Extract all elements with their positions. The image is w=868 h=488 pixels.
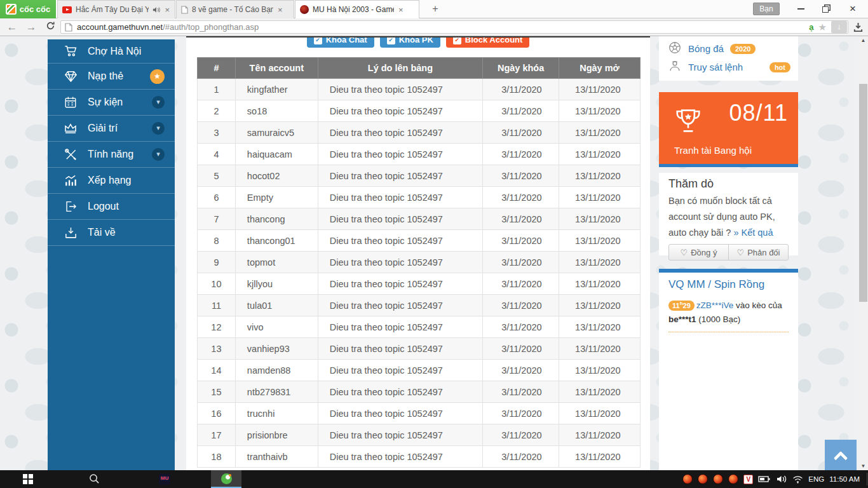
agree-button[interactable]: ♡Đồng ý bbox=[668, 244, 729, 261]
sidebar-item[interactable]: Xếp hạng bbox=[48, 168, 175, 194]
forward-button[interactable]: → bbox=[23, 20, 39, 35]
mu-tray-icon[interactable] bbox=[698, 474, 708, 484]
spin-user-link[interactable]: zZB***iVe bbox=[696, 301, 734, 310]
language-indicator[interactable]: ENG bbox=[808, 475, 824, 483]
show-desktop-strip[interactable] bbox=[867, 473, 867, 485]
khoa-pk-button[interactable]: ✔ Khóa PK bbox=[380, 37, 440, 48]
poll-result-link[interactable]: » Kết quả bbox=[733, 227, 773, 238]
mu-tray-icon[interactable] bbox=[728, 474, 738, 484]
mu-tray-icon[interactable] bbox=[713, 474, 723, 484]
unlock-date: 13/11/2020 bbox=[559, 360, 641, 381]
row-index: 18 bbox=[198, 446, 236, 468]
disagree-button[interactable]: ♡Phản đối bbox=[728, 244, 789, 261]
account-name: kjllyou bbox=[235, 273, 318, 295]
profile-button[interactable]: Bạn bbox=[753, 3, 780, 15]
url-bar[interactable]: account.gamethuvn.net/#auth/top_phongtha… bbox=[60, 20, 848, 34]
wifi-icon[interactable] bbox=[792, 475, 803, 484]
system-tray: V ENG 11:50 AM bbox=[682, 470, 867, 488]
sidebar-item-label: Giải trí bbox=[88, 123, 118, 134]
clock[interactable]: 11:50 AM bbox=[829, 475, 860, 483]
lock-date: 3/11/2020 bbox=[483, 316, 559, 338]
chevron-down-icon[interactable]: ▾ bbox=[152, 122, 165, 135]
sidebar-item[interactable]: Tải về bbox=[48, 220, 175, 246]
account-name: thancong bbox=[235, 208, 318, 230]
vietkey-tray-icon[interactable]: V bbox=[743, 475, 753, 484]
sidebar-item[interactable]: Sự kiện▾ bbox=[48, 90, 175, 116]
unlock-date: 13/11/2020 bbox=[559, 100, 641, 122]
mu-tray-icon[interactable] bbox=[682, 474, 693, 484]
logout-icon bbox=[63, 199, 78, 214]
star-badge-icon: ★ bbox=[150, 69, 165, 84]
page-download-button[interactable]: ↓ bbox=[831, 21, 847, 33]
khoa-chat-button[interactable]: ✔ Khóa Chat bbox=[307, 37, 374, 48]
calendar-icon bbox=[63, 95, 78, 110]
poll-question: Bạn có muốn block tất cả account sử dụng… bbox=[668, 193, 789, 241]
table-row: 16trucnhiDieu tra theo topic 10524973/11… bbox=[198, 403, 641, 424]
scrollbar-down-arrow[interactable]: ▼ bbox=[858, 463, 868, 469]
mu-game-taskbar-icon[interactable]: MU bbox=[159, 473, 170, 485]
vietnamese-typing-icon[interactable]: ạ bbox=[809, 22, 813, 32]
quick-link-label: Bóng đá bbox=[688, 43, 724, 54]
lock-date: 3/11/2020 bbox=[483, 79, 559, 100]
coccoc-logo[interactable]: cốc cốc bbox=[0, 0, 56, 18]
event-card[interactable]: 08/11 Tranh tài Bang hội bbox=[659, 92, 798, 167]
row-index: 17 bbox=[198, 424, 236, 446]
coccoc-taskbar-button[interactable] bbox=[211, 470, 241, 488]
close-button[interactable]: × bbox=[840, 0, 865, 18]
browser-tab[interactable]: MU Hà Nội 2003 - Gameth× bbox=[295, 0, 419, 18]
account-name: trucnhi bbox=[235, 403, 318, 424]
maximize-button[interactable] bbox=[813, 0, 839, 18]
tab-audio-icon[interactable] bbox=[153, 6, 160, 13]
tab-title: MU Hà Nội 2003 - Gameth bbox=[313, 5, 394, 14]
scrollbar-thumb[interactable] bbox=[859, 84, 867, 302]
browser-tab[interactable]: 8 vẽ game - Tố Cáo Bạn Th× bbox=[176, 0, 294, 18]
battery-icon[interactable] bbox=[758, 475, 771, 483]
downloads-button[interactable] bbox=[853, 22, 864, 35]
block-reason: Dieu tra theo topic 1052497 bbox=[318, 446, 482, 468]
spin-amount: (1000 Bạc) bbox=[696, 315, 741, 324]
chevron-down-icon[interactable]: ▾ bbox=[152, 148, 165, 161]
block-account-button[interactable]: ✔ Block Account bbox=[446, 37, 530, 48]
sidebar-item[interactable]: Tính năng▾ bbox=[48, 142, 175, 168]
new-tab-button[interactable]: + bbox=[427, 3, 444, 16]
unlock-date: 13/11/2020 bbox=[559, 79, 641, 100]
spin-title[interactable]: VQ MM / Spin Rồng bbox=[668, 278, 789, 291]
start-button[interactable] bbox=[23, 474, 33, 484]
lock-date: 3/11/2020 bbox=[483, 360, 559, 381]
minimize-button[interactable] bbox=[788, 0, 813, 18]
event-date: 08/11 bbox=[729, 100, 788, 126]
web-page: Chợ Hà NộiNạp thẻ★Sự kiện▾Giải trí▾Tính … bbox=[0, 36, 868, 470]
sidebar-item-label: Logout bbox=[88, 201, 119, 212]
lock-date: 3/11/2020 bbox=[483, 252, 559, 273]
scroll-to-top-button[interactable] bbox=[825, 440, 857, 470]
crown-icon bbox=[63, 121, 78, 136]
scrollbar-up-arrow[interactable]: ▲ bbox=[858, 37, 868, 43]
table-row: 6EmptyDieu tra theo topic 10524973/11/20… bbox=[198, 187, 641, 208]
lock-date: 3/11/2020 bbox=[483, 446, 559, 468]
table-row: 12vivoDieu tra theo topic 10524973/11/20… bbox=[198, 316, 641, 338]
tab-close-icon[interactable]: × bbox=[398, 6, 404, 14]
back-button[interactable]: ← bbox=[4, 20, 20, 35]
browser-tab[interactable]: Hắc Ám Tây Du Đại Yêu× bbox=[57, 0, 175, 18]
browser-scrollbar[interactable]: ▲ ▼ bbox=[858, 36, 868, 470]
sidebar-item[interactable]: Logout bbox=[48, 194, 175, 220]
spin-entry: 11h29zZB***iVe vào kèo của be***t1 (1000… bbox=[668, 297, 789, 332]
chevron-down-icon[interactable]: ▾ bbox=[152, 96, 165, 109]
reload-button[interactable] bbox=[42, 20, 58, 35]
sidebar-item[interactable]: Nạp thẻ★ bbox=[48, 64, 175, 90]
taskbar-search-button[interactable] bbox=[89, 473, 100, 487]
tab-close-icon[interactable]: × bbox=[277, 6, 283, 14]
sidebar-item[interactable]: Chợ Hà Nội bbox=[48, 39, 175, 64]
sidebar-item[interactable]: Giải trí▾ bbox=[48, 116, 175, 142]
minimize-icon bbox=[797, 8, 804, 10]
unlock-date: 13/11/2020 bbox=[559, 165, 641, 187]
right-column: Bóng đá2020Truy sát lệnhhot 08/11 Tranh … bbox=[659, 36, 798, 470]
poll-card: Thăm dò Bạn có muốn block tất cả account… bbox=[659, 173, 798, 255]
speaker-icon[interactable] bbox=[776, 475, 787, 484]
row-index: 9 bbox=[198, 252, 236, 273]
quick-link[interactable]: Truy sát lệnhhot bbox=[668, 58, 790, 76]
quick-link[interactable]: Bóng đá2020 bbox=[668, 39, 790, 58]
tab-close-icon[interactable]: × bbox=[164, 6, 170, 14]
bookmark-star-icon[interactable]: ★ bbox=[818, 22, 827, 33]
block-reason: Dieu tra theo topic 1052497 bbox=[318, 208, 482, 230]
